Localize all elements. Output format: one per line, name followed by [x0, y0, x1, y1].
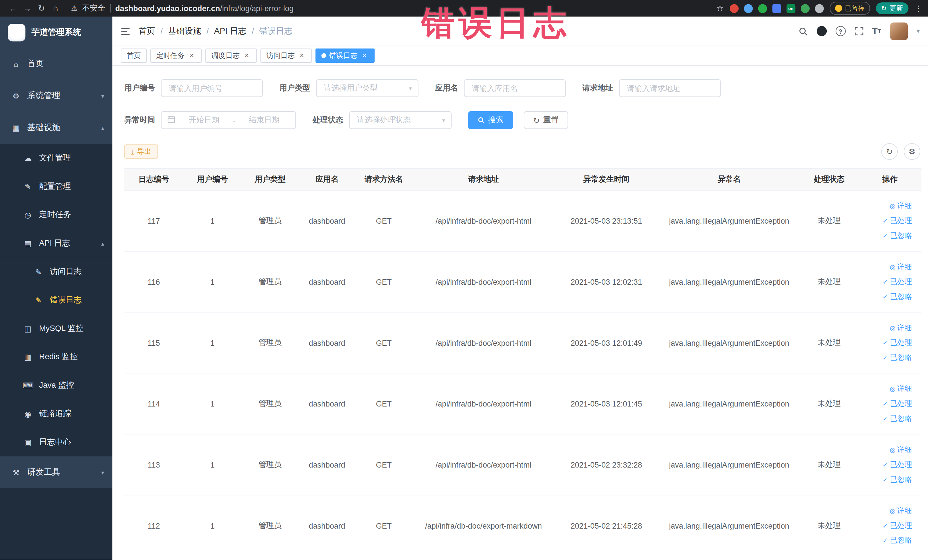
refresh-circle-button[interactable]: ↻ [881, 143, 898, 160]
detail-link[interactable]: ◎详细 [890, 506, 912, 516]
action-label: 已忽略 [890, 414, 912, 423]
row-actions: ◎详细✓已处理✓已忽略 [858, 323, 922, 363]
detail-link[interactable]: ◎详细 [890, 323, 912, 333]
tab-定时任务[interactable]: 定时任务× [150, 49, 202, 63]
detail-link[interactable]: ◎详细 [890, 384, 912, 394]
close-icon[interactable]: × [243, 51, 251, 60]
reload-icon[interactable]: ↻ [34, 3, 49, 13]
detail-link[interactable]: ◎详细 [890, 445, 912, 455]
sidebar-item-首页[interactable]: ⌂首页 [0, 48, 112, 80]
extension-blue-grid-icon[interactable] [772, 4, 781, 12]
sidebar-item-Redis 监控[interactable]: ▥Redis 监控 [0, 343, 112, 371]
tab-首页[interactable]: 首页 [121, 49, 147, 63]
browser-menu-icon[interactable]: ⋮ [914, 4, 922, 12]
extension-blue-icon[interactable] [744, 4, 752, 12]
extension-leaf-icon[interactable] [800, 4, 809, 12]
app-logo[interactable]: 芋道管理系统 [0, 17, 112, 48]
detail-link[interactable]: ◎详细 [890, 201, 912, 211]
forward-icon[interactable]: → [20, 3, 35, 13]
sidebar-item-API 日志[interactable]: ▤API 日志▴ [0, 229, 112, 258]
ignore-link[interactable]: ✓已忽略 [883, 291, 912, 302]
search-icon[interactable] [798, 26, 807, 36]
extension-green-circle-icon[interactable] [758, 4, 767, 12]
processed-link[interactable]: ✓已处理 [883, 338, 912, 348]
paused-extension-badge[interactable]: 已暂停 [830, 2, 870, 15]
export-button[interactable]: ↓ 导出 [124, 144, 158, 159]
eye-icon: ◎ [890, 263, 896, 271]
tab-错误日志[interactable]: 错误日志× [316, 49, 375, 63]
processed-link[interactable]: ✓已处理 [883, 459, 912, 470]
header-actions: ? TT ▾ [798, 22, 920, 40]
sidebar-item-label: 基础设施 [27, 122, 60, 133]
processed-link[interactable]: ✓已处理 [883, 216, 912, 226]
user-type-select[interactable]: 请选择用户类型 ▾ [316, 79, 418, 97]
avatar[interactable] [890, 22, 908, 40]
date-range-picker[interactable]: 开始日期 - 结束日期 [161, 111, 296, 129]
ignore-link[interactable]: ✓已忽略 [883, 475, 912, 484]
extension-red-icon[interactable] [730, 4, 739, 12]
breadcrumb-item[interactable]: API 日志 [214, 26, 246, 36]
ignore-link[interactable]: ✓已忽略 [883, 414, 912, 423]
tab-访问日志[interactable]: 访问日志× [261, 49, 312, 63]
cell-app: dashboard [299, 216, 355, 225]
breadcrumb-item[interactable]: 首页 [138, 26, 155, 36]
check-icon: ✓ [883, 461, 888, 468]
home-icon[interactable]: ⌂ [49, 3, 63, 13]
close-icon[interactable]: × [360, 51, 369, 60]
processed-link[interactable]: ✓已处理 [883, 277, 912, 287]
ignore-link[interactable]: ✓已忽略 [883, 230, 912, 241]
user-id-input[interactable] [161, 79, 263, 97]
extension-paw-icon[interactable] [815, 4, 824, 12]
column-settings-button[interactable]: ⚙ [904, 143, 920, 160]
ignore-link[interactable]: ✓已忽略 [883, 535, 912, 545]
status-placeholder: 请选择处理状态 [357, 115, 411, 125]
breadcrumb-item[interactable]: 基础设施 [168, 26, 201, 36]
sidebar-item-定时任务[interactable]: ◷定时任务 [0, 201, 112, 229]
request-url-input[interactable] [619, 79, 721, 97]
sidebar-item-基础设施[interactable]: ▦基础设施▴ [0, 112, 112, 144]
reset-button[interactable]: ↻ 重置 [524, 111, 568, 129]
refresh-icon: ↻ [533, 116, 540, 125]
close-icon[interactable]: × [188, 51, 196, 60]
sidebar-item-文件管理[interactable]: ☁文件管理 [0, 144, 112, 172]
chevron-down-icon[interactable]: ▾ [917, 28, 919, 35]
sidebar-item-MySQL 监控[interactable]: ◫MySQL 监控 [0, 314, 112, 343]
breadcrumb-separator: / [160, 26, 163, 36]
app-name-label: 应用名 [435, 83, 458, 93]
status-select[interactable]: 请选择处理状态 ▾ [349, 111, 452, 129]
security-label: 不安全 [82, 3, 105, 14]
sidebar-item-错误日志[interactable]: ✎错误日志 [0, 286, 112, 314]
chevron-up-icon: ▴ [101, 125, 104, 131]
extension-on-badge-icon[interactable]: on [786, 4, 795, 12]
fullscreen-icon[interactable] [855, 26, 863, 35]
sidebar-item-配置管理[interactable]: ✎配置管理 [0, 172, 112, 201]
back-icon[interactable]: ← [6, 3, 20, 13]
tab-调度日志[interactable]: 调度日志× [205, 49, 257, 63]
ignore-link[interactable]: ✓已忽略 [883, 352, 912, 362]
filter-user-id: 用户编号 [124, 79, 263, 97]
sidebar-item-Java 监控[interactable]: ⌨Java 监控 [0, 371, 112, 400]
app-name-input[interactable] [464, 79, 566, 97]
help-icon[interactable]: ? [836, 26, 846, 36]
address-bar[interactable]: ⚠ 不安全 dashboard.yudao.iocoder.cn/infra/l… [71, 3, 293, 14]
sidebar-item-研发工具[interactable]: ⚒研发工具▾ [0, 456, 112, 488]
gear-icon: ⚙ [11, 92, 21, 101]
browser-update-button[interactable]: ↻ 更新 [876, 2, 908, 14]
sidebar-item-链路追踪[interactable]: ◉链路追踪 [0, 400, 112, 428]
detail-link[interactable]: ◎详细 [890, 262, 912, 272]
processed-link[interactable]: ✓已处理 [883, 398, 912, 409]
font-size-icon[interactable]: TT [872, 26, 881, 35]
close-icon[interactable]: × [298, 51, 306, 60]
github-icon[interactable] [817, 26, 826, 36]
sidebar-item-日志中心[interactable]: ▣日志中心 [0, 428, 112, 456]
check-icon: ✓ [883, 278, 888, 285]
sidebar-item-系统管理[interactable]: ⚙系统管理▾ [0, 80, 112, 112]
sidebar-item-访问日志[interactable]: ✎访问日志 [0, 257, 112, 286]
breadcrumb-separator: / [252, 26, 254, 36]
bookmark-star-icon[interactable]: ☆ [716, 3, 724, 13]
processed-link[interactable]: ✓已处理 [883, 520, 912, 531]
search-button[interactable]: 搜索 [468, 111, 513, 129]
hamburger-icon[interactable] [121, 27, 130, 35]
app-title: 芋道管理系统 [31, 27, 81, 37]
table-row: 1161管理员dashboardGET/api/infra/db-doc/exp… [124, 252, 922, 313]
